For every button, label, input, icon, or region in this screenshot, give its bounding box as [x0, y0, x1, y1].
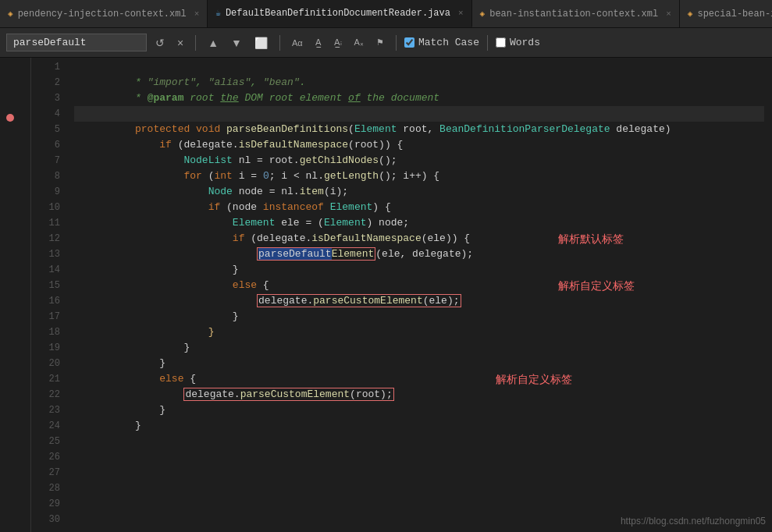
code-line-18: }	[74, 325, 764, 340]
status-url: https://blog.csdn.net/fuzhongmin05	[621, 516, 766, 527]
tab-xml-1[interactable]: ◈ pendency-injection-context.xml ×	[0, 0, 208, 27]
words-checkbox[interactable]	[496, 37, 506, 48]
xml-icon-3: ◈	[480, 9, 486, 19]
match-case-label[interactable]: Match Case	[404, 37, 479, 48]
ln-3: 3	[31, 90, 60, 106]
ln-5: 5	[31, 122, 60, 137]
ln-25: 25	[31, 434, 60, 449]
gutter-marker-1	[6, 114, 14, 122]
code-line-17: }	[74, 309, 764, 325]
match-case-text: Match Case	[418, 37, 479, 48]
code-area: 1 2 3 4 5 6 7 8 9 10 11 12 13 14 15 16 1…	[0, 58, 772, 532]
tab-bar: ◈ pendency-injection-context.xml × ☕ Def…	[0, 0, 772, 28]
tab-label-1: pendency-injection-context.xml	[18, 9, 187, 20]
ln-27: 27	[31, 465, 60, 481]
status-bar: https://blog.csdn.net/fuzhongmin05	[621, 514, 766, 529]
tab-xml-4[interactable]: ◈ special-bean-inst... ×	[680, 0, 772, 27]
code-line-11: if (delegate.isDefaultNamespace(ele)) {	[74, 215, 764, 231]
java-icon-2: ☕	[215, 8, 221, 18]
annotation-custom-tag-1: 解析自定义标签	[558, 278, 635, 295]
tab-label-2: DefaultBeanDefinitionDocumentReader.java	[226, 8, 450, 19]
line-numbers: 1 2 3 4 5 6 7 8 9 10 11 12 13 14 15 16 1…	[31, 58, 66, 532]
ln-30: 30	[31, 512, 60, 527]
code-line-19: }	[74, 340, 764, 356]
ln-20: 20	[31, 356, 60, 371]
ln-14: 14	[31, 262, 60, 278]
ln-7: 7	[31, 153, 60, 168]
words-text: Words	[510, 37, 540, 48]
code-line-1: * "import", "alias", "bean".	[74, 59, 764, 75]
filter-btn1[interactable]: Aα	[288, 37, 307, 49]
xml-icon-1: ◈	[8, 9, 13, 19]
separator-4	[487, 35, 488, 51]
tab-close-1[interactable]: ×	[194, 9, 200, 19]
search-bar: ↺ × ▲ ▼ ⬜ Aα A̲ A̲ᵢ Aₓ ⚑ Match Case Word…	[0, 28, 772, 58]
ln-15: 15	[31, 278, 60, 293]
ln-24: 24	[31, 418, 60, 434]
code-content: * "import", "alias", "bean". * @param ro…	[66, 58, 772, 532]
separator-2	[279, 35, 280, 51]
code-line-24	[74, 418, 764, 434]
code-line-3: */	[74, 90, 764, 106]
ln-23: 23	[31, 403, 60, 418]
code-line-2: * @param root the DOM root element of th…	[74, 75, 764, 90]
code-line-5: if (delegate.isDefaultNamespace(root)) {	[74, 122, 764, 137]
ln-21: 21	[31, 371, 60, 387]
code-line-8: Node node = nl.item(i);	[74, 168, 764, 184]
code-line-23: }	[74, 403, 764, 418]
match-case-checkbox[interactable]	[404, 37, 414, 48]
xml-icon-4: ◈	[688, 9, 693, 19]
separator-1	[195, 35, 196, 51]
code-line-10: Element ele = (Element) node;	[74, 200, 764, 215]
ln-11: 11	[31, 215, 60, 231]
tab-label-3: bean-instantiation-context.xml	[489, 9, 658, 20]
tab-label-4: special-bean-inst...	[697, 9, 772, 20]
code-line-13: }	[74, 246, 764, 262]
words-label[interactable]: Words	[496, 37, 540, 48]
ln-19: 19	[31, 340, 60, 356]
code-line-16: }	[74, 293, 764, 309]
wrap-btn[interactable]: ⬜	[251, 35, 272, 51]
annotation-custom-tag-2: 解析自定义标签	[496, 371, 572, 388]
code-line-6: NodeList nl = root.getChildNodes();	[74, 137, 764, 153]
ln-17: 17	[31, 309, 60, 325]
code-line-7: for (int i = 0; i < nl.getLength(); i++)…	[74, 153, 764, 168]
ln-26: 26	[31, 449, 60, 465]
ln-12: 12	[31, 231, 60, 246]
ln-4: 4	[31, 106, 60, 122]
filter-btn4[interactable]: Aₓ	[350, 36, 368, 49]
code-line-22: }	[74, 387, 764, 403]
tab-close-2[interactable]: ×	[458, 9, 464, 18]
ln-6: 6	[31, 137, 60, 153]
close-btn[interactable]: ×	[173, 35, 187, 51]
separator-3	[396, 35, 397, 51]
ln-28: 28	[31, 481, 60, 496]
gutter	[0, 58, 31, 532]
ln-8: 8	[31, 168, 60, 184]
filter-btn5[interactable]: ⚑	[372, 36, 388, 49]
code-line-20: else {	[74, 356, 764, 371]
filter-btn3[interactable]: A̲ᵢ	[330, 36, 346, 49]
next-btn[interactable]: ▼	[227, 35, 246, 51]
ln-13: 13	[31, 246, 60, 262]
back-btn[interactable]: ↺	[151, 35, 169, 51]
ln-18: 18	[31, 325, 60, 340]
code-line-12: parseDefaultElement(ele, delegate); 解析默认…	[74, 231, 764, 246]
search-input[interactable]	[6, 34, 147, 51]
tab-java-2[interactable]: ☕ DefaultBeanDefinitionDocumentReader.ja…	[208, 0, 471, 27]
ln-29: 29	[31, 496, 60, 512]
prev-btn[interactable]: ▲	[204, 35, 222, 51]
code-line-15: delegate.parseCustomElement(ele); 解析自定义标…	[74, 278, 764, 293]
ln-16: 16	[31, 293, 60, 309]
ln-2: 2	[31, 75, 60, 90]
code-line-21: delegate.parseCustomElement(root); 解析自定义…	[74, 371, 764, 387]
code-line-4: protected void parseBeanDefinitions(Elem…	[74, 106, 764, 122]
filter-btn2[interactable]: A̲	[311, 36, 326, 49]
ln-10: 10	[31, 200, 60, 215]
code-line-14: else {	[74, 262, 764, 278]
tab-xml-3[interactable]: ◈ bean-instantiation-context.xml ×	[472, 0, 680, 27]
code-line-9: if (node instanceof Element) {	[74, 184, 764, 200]
ln-9: 9	[31, 184, 60, 200]
tab-close-3[interactable]: ×	[666, 9, 671, 19]
annotation-default-tag: 解析默认标签	[558, 231, 624, 248]
